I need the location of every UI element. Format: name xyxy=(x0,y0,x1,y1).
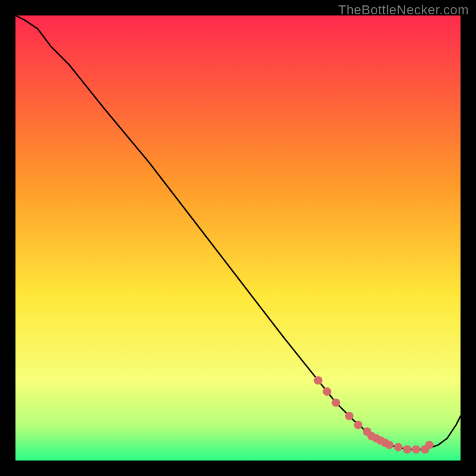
marker-point xyxy=(425,441,434,449)
plot-area xyxy=(15,15,461,461)
watermark-text: TheBottleNecker.com xyxy=(338,2,469,18)
marker-point xyxy=(394,443,402,451)
marker-point xyxy=(314,376,322,384)
marker-point xyxy=(403,445,411,453)
marker-point xyxy=(354,421,362,429)
marker-point xyxy=(385,441,393,449)
marker-point xyxy=(322,387,331,396)
stage: TheBottleNecker.com xyxy=(0,0,476,476)
marker-point xyxy=(412,445,420,453)
marker-point xyxy=(345,412,353,420)
chart-svg xyxy=(15,15,461,461)
marker-point xyxy=(331,399,340,407)
